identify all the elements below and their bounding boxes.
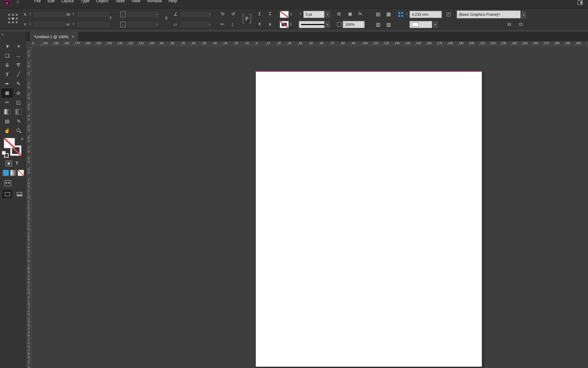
menu-object[interactable]: Object: [93, 0, 111, 3]
scale-x-field[interactable]: ▾: [127, 11, 159, 18]
pencil-tool[interactable]: ✎: [13, 79, 24, 88]
wrap-bounding-box-button[interactable]: ▦: [386, 12, 391, 17]
stroke-color-swatch[interactable]: [280, 21, 289, 28]
rectangle-frame-tool[interactable]: ⊠: [1, 89, 13, 98]
frame-fitting-options-icon[interactable]: ⊞: [337, 12, 341, 16]
menu-window[interactable]: Window: [144, 0, 165, 3]
gap-tool[interactable]: ↔: [13, 51, 24, 60]
w-field[interactable]: [76, 11, 110, 18]
stroke-type-arrow[interactable]: ▾: [324, 20, 331, 28]
menu-help[interactable]: Help: [165, 0, 180, 3]
wrap-object-shape-button[interactable]: ▥: [376, 22, 380, 27]
select-previous-object-button[interactable]: ↟: [258, 22, 261, 27]
select-next-object-button[interactable]: ↡: [268, 22, 272, 27]
fill-swatch[interactable]: [4, 138, 15, 148]
vertical-ruler[interactable]: 2010010203040506070809010011012013014015…: [26, 46, 33, 368]
y-field[interactable]: [33, 21, 67, 28]
gradient-swatch-tool[interactable]: [1, 107, 13, 116]
screen-mode-preview-button[interactable]: [15, 190, 24, 198]
pen-tool[interactable]: ✒: [1, 79, 13, 88]
scissors-tool[interactable]: ✂: [1, 98, 13, 107]
note-tool[interactable]: ▤: [1, 116, 13, 126]
object-style-dropdown[interactable]: [Basic Graphics Frame]+: [457, 10, 521, 18]
opacity-target-icon[interactable]: [337, 22, 342, 27]
stroke-menu-chevron[interactable]: ❯: [290, 23, 292, 26]
pasteboard[interactable]: [32, 46, 588, 368]
rotate-cw-button[interactable]: ↻: [221, 12, 225, 16]
fill-color-swatch[interactable]: [280, 11, 289, 18]
reference-point-proxy[interactable]: [8, 14, 18, 23]
window-layout-icon[interactable]: [578, 0, 583, 5]
screen-mode-normal-button[interactable]: [3, 190, 12, 198]
type-tool[interactable]: T: [1, 70, 13, 79]
view-options-icon[interactable]: [5, 180, 11, 186]
wrap-offset-stepper[interactable]: ▴▾: [405, 12, 408, 16]
menu-table[interactable]: Table: [112, 0, 128, 3]
default-fill-swatch-icon[interactable]: [2, 151, 6, 155]
wrap-offset-field[interactable]: 4.233 mm: [409, 11, 442, 18]
auto-fit-icon[interactable]: ▣: [348, 12, 352, 16]
document-page[interactable]: [255, 71, 482, 367]
apply-color-button[interactable]: [3, 170, 9, 176]
constrain-dimensions-icon[interactable]: ∞: [109, 16, 112, 20]
apply-gradient-button[interactable]: [10, 170, 17, 176]
menu-layout[interactable]: Layout: [58, 0, 77, 3]
formatting-affects-container-button[interactable]: [6, 161, 12, 166]
swap-fill-stroke-icon[interactable]: ⇄: [20, 137, 24, 141]
stroke-weight-field[interactable]: 0 pt: [303, 11, 328, 18]
wrap-none-button[interactable]: ▤: [376, 12, 380, 17]
menu-type[interactable]: Type: [77, 0, 93, 3]
home-icon[interactable]: ⌂: [17, 0, 19, 4]
ellipse-frame-tool[interactable]: ⊘: [13, 89, 24, 98]
menu-view[interactable]: View: [128, 0, 144, 3]
select-content-button[interactable]: ↧: [268, 12, 272, 16]
close-tab-icon[interactable]: ×: [72, 34, 75, 39]
corner-shape-arrow[interactable]: ▾: [432, 20, 438, 28]
eyedropper-tool[interactable]: ✐: [13, 116, 24, 126]
stroke-weight-dropdown[interactable]: ▾: [324, 10, 331, 18]
zoom-tool[interactable]: [13, 126, 24, 135]
flip-vertical-button[interactable]: ↨: [231, 22, 234, 27]
h-stepper[interactable]: ▴▾: [72, 22, 75, 26]
rotation-angle-field[interactable]: ▾: [180, 11, 212, 18]
effects-icon[interactable]: fx.: [358, 12, 363, 16]
hand-tool[interactable]: ☝: [1, 126, 13, 135]
edit-original-icon[interactable]: ⊡: [519, 22, 523, 27]
selection-tool[interactable]: ➤: [1, 42, 13, 51]
free-transform-tool[interactable]: ◱: [13, 98, 24, 107]
flip-horizontal-button[interactable]: ◅▻: [220, 22, 224, 26]
stroke-weight-stepper[interactable]: ▴▾: [299, 12, 302, 16]
w-stepper[interactable]: ▴▾: [72, 12, 75, 16]
collapse-panel-icon[interactable]: «: [1, 32, 4, 37]
x-stepper[interactable]: ▴▾: [29, 12, 32, 16]
constrain-scale-icon[interactable]: ∞: [165, 16, 168, 20]
indesign-logo-icon[interactable]: Id: [4, 0, 10, 6]
document-tab[interactable]: *Untitled-1 @ 100% ×: [30, 32, 78, 41]
direct-selection-tool[interactable]: ➤: [13, 42, 24, 51]
go-to-link-icon[interactable]: ⊟: [507, 22, 511, 27]
content-collector-tool[interactable]: ⇊: [1, 60, 13, 70]
line-tool[interactable]: ╱: [13, 70, 24, 79]
wrap-offset-uniform-icon[interactable]: [398, 12, 403, 17]
apply-none-button[interactable]: [18, 170, 24, 176]
ruler-origin-corner[interactable]: [26, 41, 33, 47]
select-container-button[interactable]: ↥: [258, 12, 261, 16]
horizontal-ruler[interactable]: 0200190180170160150140130120110100908070…: [32, 41, 588, 47]
object-style-arrow[interactable]: ▾: [521, 10, 527, 19]
page-tool[interactable]: ❏: [1, 51, 13, 60]
opacity-chevron[interactable]: ❯: [363, 23, 365, 26]
x-field[interactable]: [33, 11, 67, 18]
gradient-feather-tool[interactable]: [13, 107, 24, 116]
wrap-jump-button[interactable]: ▧: [386, 22, 391, 27]
shear-angle-field[interactable]: ▾: [180, 21, 212, 28]
fill-menu-chevron[interactable]: ❯: [290, 13, 292, 16]
scale-y-field[interactable]: ▾: [127, 21, 159, 28]
h-field[interactable]: [76, 21, 110, 28]
menu-edit[interactable]: Edit: [44, 0, 58, 3]
rotate-ccw-button[interactable]: ↺: [231, 12, 235, 16]
corner-options-icon[interactable]: ◰: [446, 12, 451, 17]
stroke-type-dropdown[interactable]: [299, 21, 328, 28]
menu-file[interactable]: File: [31, 0, 44, 3]
formatting-affects-text-button[interactable]: T: [15, 160, 19, 166]
opacity-field[interactable]: 100%: [343, 21, 365, 28]
